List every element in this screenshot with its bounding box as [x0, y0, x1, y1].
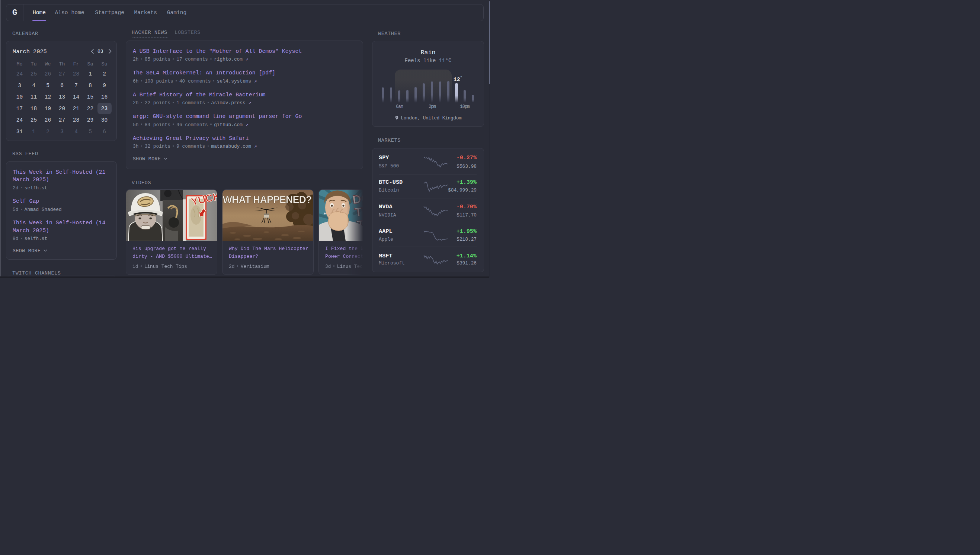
svg-text:DO: DO [351, 191, 363, 207]
svg-text:TH: TH [354, 204, 363, 219]
svg-text:WHAT HAPPENED?: WHAT HAPPENED? [223, 194, 312, 205]
